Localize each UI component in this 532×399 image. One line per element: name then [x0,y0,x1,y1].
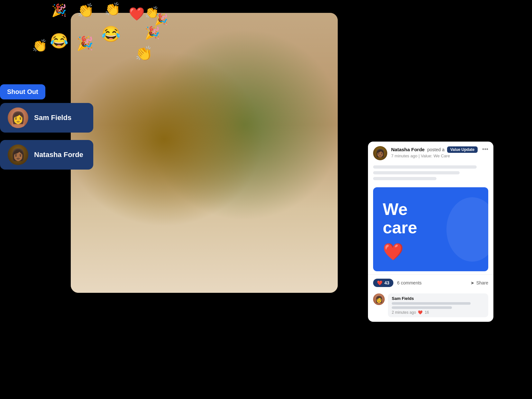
social-card: 👩🏾 Natasha Forde posted a Value Update •… [368,142,493,322]
share-label: Share [476,280,488,285]
skeleton-line-3 [373,177,436,180]
poster-info: Natasha Forde posted a Value Update ••• … [391,146,488,158]
social-card-header: 👩🏾 Natasha Forde posted a Value Update •… [368,142,493,163]
emoji-clap-4: 👏 [32,39,47,53]
comment-avatar-sam: 👩 [373,293,385,305]
poster-name: Natasha Forde [391,147,425,152]
header-top-row: Natasha Forde posted a Value Update ••• [391,146,488,153]
photo-background [71,13,338,293]
we-care-banner: We care ❤️ [373,187,488,271]
skeleton-text [368,163,493,187]
comment-like-count: 16 [425,310,429,315]
user-name-sam: Sam Fields [34,114,71,122]
comment-row: 👩 Sam Fields 2 minutes ago ❤️ 16 [368,291,493,322]
like-count-bubble[interactable]: ❤️ 43 [373,279,393,287]
emoji-laugh-1: 😂 [50,32,68,50]
like-emoji: ❤️ [377,280,382,285]
card-footer: ❤️ 43 6 comments ➤ Share [368,274,493,291]
comment-meta: 2 minutes ago ❤️ 16 [392,310,484,315]
like-count-number: 43 [384,280,390,285]
emoji-party-1: 🎉 [51,3,67,17]
comment-skeleton [392,302,484,309]
comment-like-emoji: ❤️ [418,310,423,315]
post-time: 7 minutes ago | Value: We Care [391,153,488,158]
comment-content: Sam Fields 2 minutes ago ❤️ 16 [388,293,488,317]
skeleton-line-2 [373,171,460,174]
avatar-sam [8,107,28,128]
skeleton-line-1 [373,165,477,169]
posted-text: posted a [427,147,445,152]
comment-time: 2 minutes ago [392,310,416,315]
user-name-natasha: Natasha Forde [34,151,83,159]
comment-author: Sam Fields [392,296,484,301]
comments-count[interactable]: 6 comments [397,280,467,285]
poster-avatar: 👩🏾 [373,146,387,160]
user-card-sam[interactable]: Sam Fields [0,103,93,133]
shout-out-button[interactable]: Shout Out [0,84,45,99]
avatar-natasha [8,144,28,165]
main-photo [71,13,338,293]
comment-sk-1 [392,302,471,305]
heart-emoji-banner: ❤️ [383,242,404,262]
value-badge: Value Update [447,146,478,153]
comment-sk-2 [392,306,452,309]
user-card-natasha[interactable]: Natasha Forde [0,140,93,170]
share-icon: ➤ [471,280,474,285]
we-care-text: We care [383,200,417,237]
share-button[interactable]: ➤ Share [471,280,488,285]
more-options-icon[interactable]: ••• [482,146,488,153]
